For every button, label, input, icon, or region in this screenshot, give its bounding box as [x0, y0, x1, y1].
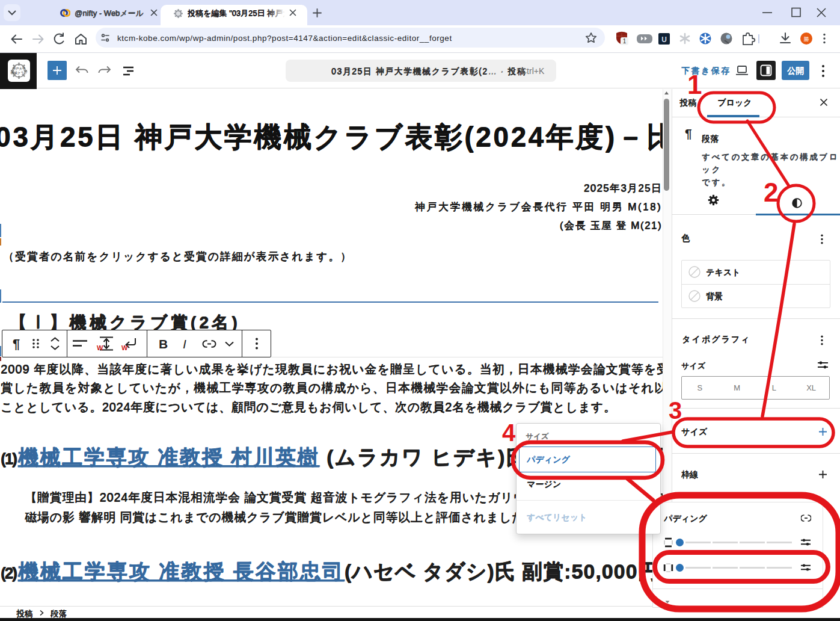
svg-text:2: 2 — [764, 178, 778, 207]
svg-text:1: 1 — [687, 70, 702, 99]
svg-text:3: 3 — [669, 397, 682, 424]
svg-text:4: 4 — [502, 419, 516, 446]
